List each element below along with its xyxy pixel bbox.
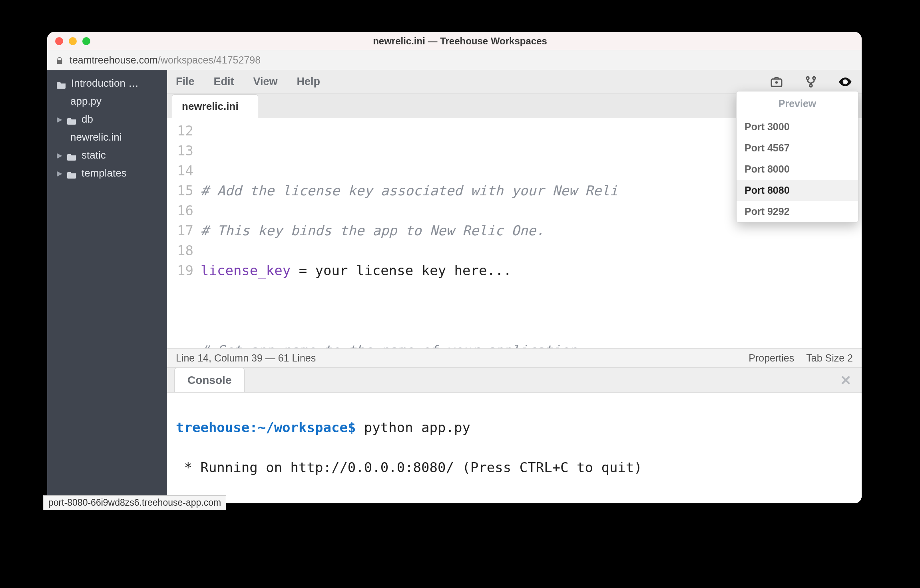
svg-point-3 [813, 77, 815, 79]
menu-view[interactable]: View [253, 75, 278, 88]
app-window: newrelic.ini — Treehouse Workspaces team… [47, 32, 862, 503]
fork-icon[interactable] [803, 74, 818, 89]
menubar: File Edit View Help [167, 70, 862, 93]
window-title: newrelic.ini — Treehouse Workspaces [96, 36, 824, 47]
sidebar-item-label: static [82, 149, 106, 161]
preview-option-port-8080[interactable]: Port 8080 [737, 180, 858, 201]
sidebar-item-label: app.py [70, 95, 102, 107]
preview-header: Preview [737, 91, 858, 116]
minimize-window-button[interactable] [69, 37, 77, 45]
sidebar-item-app-py[interactable]: app.py [47, 92, 167, 110]
close-window-button[interactable] [55, 37, 63, 45]
sidebar-item-templates[interactable]: ▶ templates [47, 164, 167, 182]
folder-icon [67, 151, 77, 159]
sidebar-item-newrelic-ini[interactable]: newrelic.ini [47, 128, 167, 146]
titlebar: newrelic.ini — Treehouse Workspaces [47, 32, 862, 50]
folder-icon [67, 169, 77, 177]
menu-file[interactable]: File [176, 75, 195, 88]
svg-point-4 [810, 84, 812, 87]
sidebar-item-static[interactable]: ▶ static [47, 146, 167, 164]
folder-icon [57, 79, 66, 87]
traffic-lights [55, 37, 90, 45]
editor-statusbar: Line 14, Column 39 — 61 Lines Properties… [167, 348, 862, 368]
sidebar-item-label: db [82, 113, 93, 125]
code-content: # Add the license key associated with yo… [198, 118, 618, 348]
svg-point-1 [775, 81, 778, 83]
maximize-window-button[interactable] [82, 37, 90, 45]
sidebar-root-folder[interactable]: Introduction … [47, 74, 167, 92]
url-host: teamtreehouse.com [70, 54, 158, 66]
statusbar-properties[interactable]: Properties [749, 352, 794, 364]
cursor-position: Line 14, Column 39 — 61 Lines [176, 352, 316, 364]
preview-option-port-4567[interactable]: Port 4567 [737, 137, 858, 159]
url-path: /workspaces/41752798 [158, 54, 261, 66]
console-close-icon[interactable]: ✕ [837, 372, 854, 388]
address-bar[interactable]: teamtreehouse.com/workspaces/41752798 [47, 50, 862, 70]
sidebar-item-label: templates [82, 167, 127, 179]
browser-status-tooltip: port-8080-66i9wd8zs6.treehouse-app.com [43, 495, 226, 510]
sidebar-item-db[interactable]: ▶ db [47, 110, 167, 128]
preview-eye-icon[interactable] [838, 74, 853, 89]
chevron-right-icon: ▶ [57, 115, 62, 124]
camera-icon[interactable] [769, 74, 784, 89]
statusbar-tabsize[interactable]: Tab Size 2 [806, 352, 853, 364]
preview-option-port-9292[interactable]: Port 9292 [737, 201, 858, 222]
svg-point-5 [844, 80, 846, 83]
preview-option-port-8000[interactable]: Port 8000 [737, 159, 858, 180]
sidebar-item-label: Introduction … [71, 77, 139, 89]
menu-edit[interactable]: Edit [214, 75, 234, 88]
chevron-right-icon: ▶ [57, 151, 62, 160]
svg-point-2 [806, 77, 809, 79]
folder-icon [67, 115, 77, 123]
chevron-right-icon: ▶ [57, 169, 62, 178]
preview-option-port-3000[interactable]: Port 3000 [737, 116, 858, 137]
menu-help[interactable]: Help [297, 75, 321, 88]
console-tab[interactable]: Console [174, 368, 245, 392]
gutter: 12 13 14 15 16 17 18 19 [167, 118, 198, 348]
console-panel: Console ✕ treehouse:~/workspace$ python … [167, 368, 862, 503]
preview-popover: Preview Port 3000 Port 4567 Port 8000 Po… [736, 91, 858, 222]
file-sidebar: Introduction … app.py ▶ db newrelic.ini … [47, 70, 167, 503]
tab-newrelic-ini[interactable]: newrelic.ini [172, 94, 258, 118]
terminal[interactable]: treehouse:~/workspace$ python app.py * R… [167, 393, 862, 503]
sidebar-item-label: newrelic.ini [70, 131, 122, 143]
lock-icon [55, 56, 64, 65]
